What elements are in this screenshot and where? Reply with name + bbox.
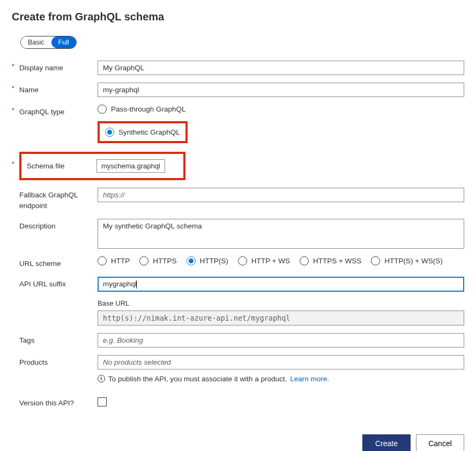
view-toggle[interactable]: Basic Full [20,36,77,49]
fallback-endpoint-label: Fallback GraphQL endpoint [19,188,98,211]
toggle-basic[interactable]: Basic [21,36,51,48]
description-label: Description [19,219,98,232]
tags-label: Tags [19,333,98,346]
radio-https[interactable]: HTTPS [139,256,176,265]
create-button[interactable]: Create [362,434,411,451]
base-url-label: Base URL [98,299,464,307]
radio-icon [187,256,196,265]
text-cursor-icon [136,280,137,289]
graphql-type-label: GraphQL type [19,105,98,117]
radio-icon [98,256,107,265]
radio-synthetic[interactable]: Synthetic GraphQL [105,128,180,137]
tags-input[interactable]: e.g. Booking [98,333,464,348]
radio-icon [105,128,114,137]
radio-passthrough[interactable]: Pass-through GraphQL [98,105,464,114]
radio-http[interactable]: HTTP [98,256,130,265]
radio-label: Synthetic GraphQL [118,128,180,136]
required-marker: * [12,61,19,72]
schema-file-label: Schema file [27,162,96,170]
description-textarea[interactable]: My synthetic GraphQL schema [98,219,464,249]
radio-icon [98,105,107,114]
radio-label: HTTP(S) [200,257,228,265]
radio-https-both[interactable]: HTTP(S) [187,256,228,265]
radio-http-ws[interactable]: HTTP + WS [238,256,290,265]
schema-file-chip[interactable]: myschema.graphql [96,159,165,173]
name-input[interactable]: my-graphql [98,83,464,97]
version-api-label: Version this API? [19,396,98,409]
products-info-text: To publish the API, you must associate i… [108,375,287,383]
radio-icon [371,256,380,265]
highlight-synthetic: Synthetic GraphQL [98,121,188,143]
radio-https-wss[interactable]: HTTPS + WSS [300,256,361,265]
required-marker: * [12,83,19,94]
radio-label: HTTP + WS [251,257,290,265]
highlight-schema-file: Schema file myschema.graphql [19,152,185,180]
api-url-suffix-label: API URL suffix [19,277,98,290]
radio-https-both-wss[interactable]: HTTP(S) + WS(S) [371,256,442,265]
required-marker: * [12,152,19,170]
display-name-label: Display name [19,61,98,73]
radio-icon [139,256,148,265]
radio-icon [238,256,247,265]
version-api-checkbox[interactable] [98,397,107,406]
fallback-endpoint-input[interactable]: https:// [98,188,464,202]
radio-icon [300,256,309,265]
api-url-suffix-input[interactable]: mygraphql [98,277,464,292]
radio-label: HTTPS [153,257,176,265]
learn-more-link[interactable]: Learn more. [290,375,329,383]
info-icon: i [98,375,105,382]
base-url-display: http(s)://nimak.int-azure-api.net/mygrap… [98,310,464,326]
page-title: Create from GraphQL schema [12,11,464,23]
radio-label: HTTP(S) + WS(S) [384,257,442,265]
toggle-full[interactable]: Full [51,36,76,48]
radio-label: HTTPS + WSS [313,257,361,265]
name-label: Name [19,83,98,95]
url-scheme-label: URL scheme [19,256,98,269]
products-input[interactable]: No products selected [98,355,464,369]
radio-label: Pass-through GraphQL [111,105,186,113]
display-name-input[interactable]: My GraphQL [98,61,464,75]
radio-label: HTTP [111,257,130,265]
required-marker: * [12,105,19,116]
cancel-button[interactable]: Cancel [416,434,464,451]
products-label: Products [19,355,98,368]
